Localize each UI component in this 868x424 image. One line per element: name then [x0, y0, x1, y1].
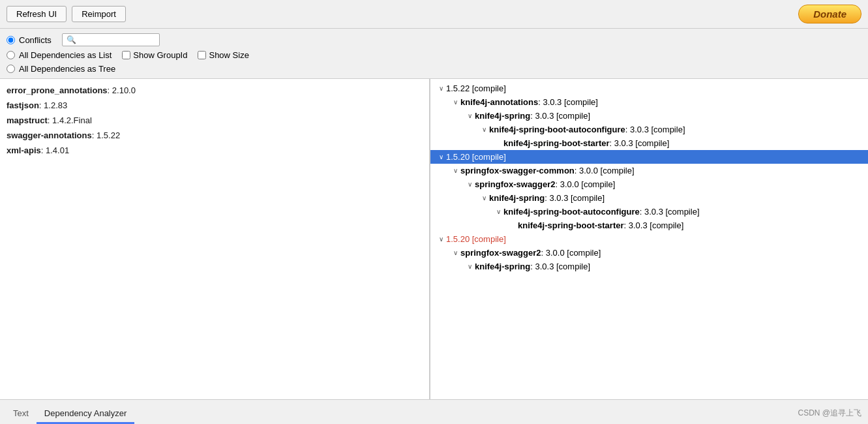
list-item[interactable]: error_prone_annotations: 2.10.0	[7, 83, 423, 98]
dep-version: : 2.10.0	[108, 85, 136, 95]
tab-dependency-analyzer[interactable]: Dependency Analyzer	[37, 404, 134, 424]
tree-item[interactable]: ∨springfox-swagger2 : 3.0.0 [compile]	[430, 246, 868, 260]
all-list-label: All Dependencies as List	[19, 50, 112, 60]
all-tree-label: All Dependencies as Tree	[19, 64, 115, 74]
dep-name-tree: knife4j-spring-boot-autoconfigure	[503, 207, 640, 217]
list-item[interactable]: xml-apis: 1.4.01	[7, 143, 423, 158]
dep-version: : 1.4.2.Final	[48, 115, 92, 125]
show-size-text: Show Size	[209, 50, 248, 60]
search-box[interactable]: 🔍	[62, 33, 160, 46]
refresh-ui-button[interactable]: Refresh UI	[7, 6, 67, 22]
toolbar-left: Refresh UI Reimport	[7, 6, 126, 22]
all-list-radio[interactable]	[7, 51, 15, 59]
filter-bar: Conflicts 🔍 All Dependencies as List Sho…	[0, 29, 868, 79]
chevron-icon: ∨	[479, 126, 489, 133]
dep-name: error_prone_annotations	[7, 85, 108, 95]
tab-text[interactable]: Text	[5, 404, 37, 424]
chevron-icon: ∨	[493, 208, 503, 215]
show-size-label[interactable]: Show Size	[198, 50, 248, 60]
dep-name-tree: springfox-swagger-common	[460, 166, 575, 175]
dep-name-tree: knife4j-spring-boot-starter	[518, 220, 624, 230]
dep-version: : 1.5.22	[92, 130, 120, 140]
dep-name-tree: knife4j-spring-boot-starter	[503, 138, 610, 148]
dep-ver: : 3.0.3 [compile]	[624, 220, 684, 230]
dep-name-tree: knife4j-annotations	[460, 97, 538, 107]
dep-version: : 1.2.83	[39, 100, 67, 110]
toolbar: Refresh UI Reimport Donate	[0, 0, 868, 29]
dep-ver: : 3.0.3 [compile]	[610, 138, 670, 148]
watermark: CSDN @追寻上飞	[798, 408, 861, 419]
chevron-icon: ∨	[450, 98, 460, 106]
dep-name-tree: 1.5.20 [compile]	[446, 234, 506, 244]
bottom-tabs: Text Dependency Analyzer CSDN @追寻上飞	[0, 399, 868, 424]
tree-item[interactable]: ∨1.5.20 [compile]	[430, 150, 868, 164]
reimport-button[interactable]: Reimport	[72, 6, 126, 22]
dep-name-tree: knife4j-spring	[489, 193, 545, 203]
chevron-icon: ∨	[436, 235, 446, 243]
dep-ver: : 3.0.3 [compile]	[530, 111, 590, 121]
chevron-icon: ∨	[464, 181, 475, 188]
dep-version: : 1.4.01	[41, 145, 69, 155]
list-item[interactable]: fastjson: 1.2.83	[7, 98, 423, 113]
search-icon: 🔍	[67, 35, 76, 44]
show-groupid-text: Show GroupId	[133, 50, 187, 60]
dep-name-tree: 1.5.22 [compile]	[446, 83, 506, 93]
filter-row-3: All Dependencies as Tree	[7, 62, 861, 76]
dep-ver: : 3.0.3 [compile]	[625, 125, 685, 134]
dep-name: xml-apis	[7, 145, 41, 155]
dep-ver: : 3.0.3 [compile]	[545, 193, 605, 203]
tree-item[interactable]: knife4j-spring-boot-starter : 3.0.3 [com…	[430, 219, 868, 232]
left-panel: error_prone_annotations: 2.10.0fastjson:…	[0, 79, 430, 399]
chevron-icon: ∨	[450, 249, 460, 256]
chevron-icon: ∨	[464, 112, 475, 119]
dep-name-tree: knife4j-spring-boot-autoconfigure	[489, 125, 625, 134]
conflicts-label: Conflicts	[19, 35, 52, 45]
donate-button[interactable]: Donate	[798, 5, 861, 23]
dep-name: mapstruct	[7, 115, 48, 125]
main-content: error_prone_annotations: 2.10.0fastjson:…	[0, 79, 868, 399]
search-input[interactable]	[79, 35, 157, 44]
show-groupid-checkbox[interactable]	[122, 51, 130, 59]
all-tree-radio-label[interactable]: All Dependencies as Tree	[7, 64, 115, 74]
chevron-icon: ∨	[436, 85, 446, 92]
tree-item[interactable]: ∨springfox-swagger-common : 3.0.0 [compi…	[430, 164, 868, 177]
tree-item[interactable]: ∨knife4j-spring : 3.0.3 [compile]	[430, 109, 868, 123]
conflicts-radio-label[interactable]: Conflicts	[7, 35, 52, 45]
dep-name-tree: springfox-swagger2	[475, 179, 556, 189]
tree-item[interactable]: ∨knife4j-spring-boot-autoconfigure : 3.0…	[430, 205, 868, 219]
chevron-icon: ∨	[479, 194, 489, 202]
all-tree-radio[interactable]	[7, 65, 15, 73]
dep-name-tree: knife4j-spring	[475, 262, 530, 271]
tree-item[interactable]: ∨knife4j-spring-boot-autoconfigure : 3.0…	[430, 123, 868, 136]
dep-ver: : 3.0.0 [compile]	[541, 248, 601, 258]
tree-item[interactable]: ∨springfox-swagger2 : 3.0.0 [compile]	[430, 177, 868, 191]
tree-item[interactable]: ∨knife4j-annotations : 3.0.3 [compile]	[430, 95, 868, 109]
tree-item[interactable]: ∨knife4j-spring : 3.0.3 [compile]	[430, 191, 868, 205]
chevron-icon: ∨	[436, 153, 446, 160]
dep-ver: : 3.0.3 [compile]	[640, 207, 700, 217]
tree-item[interactable]: ∨knife4j-spring : 3.0.3 [compile]	[430, 260, 868, 273]
filter-row-2: All Dependencies as List Show GroupId Sh…	[7, 48, 861, 62]
tree-item[interactable]: ∨1.5.20 [compile]	[430, 232, 868, 246]
all-list-radio-label[interactable]: All Dependencies as List	[7, 50, 112, 60]
right-panel: ∨1.5.22 [compile]∨knife4j-annotations : …	[430, 79, 868, 399]
tree-item[interactable]: ∨1.5.22 [compile]	[430, 82, 868, 95]
chevron-icon: ∨	[450, 167, 460, 174]
dep-name: fastjson	[7, 100, 39, 110]
dep-name-tree: springfox-swagger2	[460, 248, 541, 258]
dep-ver: : 3.0.0 [compile]	[556, 179, 616, 189]
filter-row-1: Conflicts 🔍	[7, 31, 861, 48]
chevron-icon: ∨	[464, 263, 475, 270]
dep-ver: : 3.0.0 [compile]	[575, 166, 635, 175]
dep-name-tree: 1.5.20 [compile]	[446, 152, 506, 162]
list-item[interactable]: mapstruct: 1.4.2.Final	[7, 113, 423, 128]
list-item[interactable]: swagger-annotations: 1.5.22	[7, 128, 423, 143]
dep-name: swagger-annotations	[7, 130, 92, 140]
tree-item[interactable]: knife4j-spring-boot-starter : 3.0.3 [com…	[430, 136, 868, 150]
dep-ver: : 3.0.3 [compile]	[530, 262, 590, 271]
dep-ver: : 3.0.3 [compile]	[538, 97, 598, 107]
show-groupid-label[interactable]: Show GroupId	[122, 50, 187, 60]
conflicts-radio[interactable]	[7, 36, 15, 44]
dep-name-tree: knife4j-spring	[475, 111, 530, 121]
show-size-checkbox[interactable]	[198, 51, 206, 59]
